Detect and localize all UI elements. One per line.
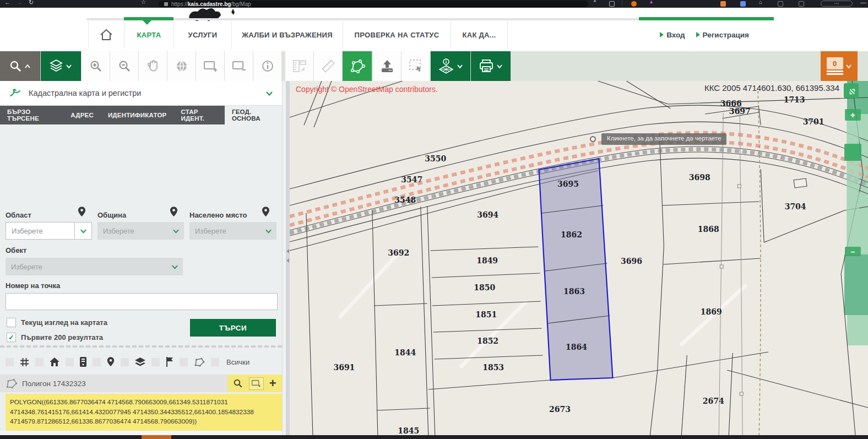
- layers-button[interactable]: [41, 51, 81, 81]
- save-page-icon[interactable]: [609, 1, 615, 7]
- tab-identifikator[interactable]: ИДЕНТИФИКАТОР: [101, 106, 174, 124]
- home-icon: [50, 357, 59, 366]
- map-canvas[interactable]: 3550354735483694369218491850185118521853…: [290, 81, 868, 435]
- expand-icon: [847, 86, 856, 95]
- zoom-to-result-icon[interactable]: [233, 378, 243, 388]
- result-row[interactable]: Полигон 17432323 +: [0, 375, 282, 392]
- globe-button[interactable]: [167, 51, 196, 81]
- layers-icon: [49, 59, 63, 73]
- dashed-separator: [0, 345, 282, 348]
- filter-checkbox-all[interactable]: [211, 358, 219, 366]
- layer-info-button[interactable]: [431, 51, 470, 81]
- register-link[interactable]: Регистрация: [696, 31, 749, 39]
- settlement-select[interactable]: Изберете: [189, 222, 276, 240]
- main-nav: КАРТА УСЛУГИ ЖАЛБИ И ВЪЗРАЖЕНИЯ ПРОВЕРКА…: [88, 21, 508, 48]
- zoom-rect-out-button[interactable]: [225, 51, 253, 81]
- filter-checkbox-grid[interactable]: [6, 358, 14, 366]
- cart-button[interactable]: 0: [821, 51, 858, 81]
- tab-geod-osnova[interactable]: ГЕОД. ОСНОВА: [225, 106, 282, 124]
- kais-cadastre-app: ← → ↻ ☆ https://kais.cadastre.bg/bg/Map …: [0, 0, 868, 439]
- browser-back-icon[interactable]: ←: [4, 0, 10, 6]
- filter-checkbox-flag[interactable]: [151, 358, 160, 366]
- filter-checkbox-pin[interactable]: [93, 358, 101, 366]
- parcel-label-1844: 1844: [394, 348, 416, 357]
- select-rect-icon: [408, 58, 424, 74]
- tab-barzo-tarsene[interactable]: БЪРЗО ТЪРСЕНЕ: [0, 106, 63, 124]
- parcel-label-1852: 1852: [477, 337, 498, 345]
- polygon-icon: [194, 357, 205, 367]
- object-select[interactable]: Изберете: [6, 258, 183, 275]
- coordinates-readout: ККС 2005 4714601.630, 661395.334: [704, 83, 839, 93]
- profile-pill[interactable]: ⋯: [821, 1, 853, 7]
- select-area-button[interactable]: [402, 51, 430, 81]
- point-number-input[interactable]: [6, 293, 278, 310]
- nav-home[interactable]: [88, 21, 124, 48]
- nav-tab-karta[interactable]: КАРТА: [124, 21, 173, 48]
- current-view-label: Текущ изглед на картата: [21, 318, 107, 327]
- nav-tab-proverka[interactable]: ПРОВЕРКА НА СТАТУС: [343, 21, 451, 48]
- fullscreen-button[interactable]: [844, 83, 859, 98]
- browser-forward-icon[interactable]: →: [17, 0, 23, 6]
- oblast-select[interactable]: Изберете: [6, 222, 92, 240]
- tab-adres[interactable]: АДРЕС: [63, 106, 101, 124]
- add-rect-button[interactable]: [249, 377, 264, 390]
- draw-polygon-button[interactable]: [343, 51, 372, 81]
- zoom-in-button[interactable]: [82, 51, 110, 81]
- extension-purple-icon[interactable]: ▲: [649, 0, 654, 4]
- sidebar-collapse-handle[interactable]: [286, 81, 290, 435]
- sidebar-scrollbar[interactable]: [282, 81, 286, 435]
- extensions-icon[interactable]: [799, 1, 804, 7]
- info-button[interactable]: [253, 51, 282, 81]
- parcel-label-3694: 3694: [477, 210, 498, 219]
- pin-icon: [170, 207, 178, 217]
- browser-chrome: ← → ↻ ☆ https://kais.cadastre.bg/bg/Map …: [0, 0, 868, 8]
- parcel-label-1851: 1851: [475, 310, 497, 319]
- home-button-icon[interactable]: ⌂: [759, 0, 762, 5]
- search-icon: [9, 59, 22, 73]
- map-zoom-out-button[interactable]: –: [845, 247, 861, 256]
- extension-orange-icon[interactable]: [720, 1, 726, 7]
- extension-blue-icon[interactable]: [740, 1, 746, 7]
- scale-measure-button[interactable]: [285, 51, 314, 81]
- pan-button[interactable]: [139, 51, 167, 81]
- minimize-icon[interactable]: —: [860, 0, 866, 6]
- chevron-down-icon: [265, 91, 273, 96]
- parcel-label-3695: 3695: [557, 180, 579, 188]
- browser-reload-icon[interactable]: ↻: [29, 0, 34, 6]
- cart-doc-icon: 0: [827, 57, 843, 75]
- search-button[interactable]: ТЪРСИ: [190, 319, 276, 337]
- filter-checkbox-home[interactable]: [35, 358, 44, 366]
- filter-checkbox-layers[interactable]: [121, 358, 129, 366]
- print-button[interactable]: [471, 51, 511, 81]
- tab-star-ident[interactable]: СТАР ИДЕНТ.: [173, 106, 224, 124]
- zoom-slider-track[interactable]: [847, 121, 859, 247]
- zoom-out-button[interactable]: [110, 51, 139, 81]
- polygon-wkt[interactable]: POLYGON((661336.8677036474 4714568.79066…: [6, 394, 282, 431]
- login-link[interactable]: Вход: [660, 31, 685, 39]
- filter-checkbox-polygon[interactable]: [180, 358, 188, 366]
- bookmark-star-icon[interactable]: ☆: [141, 0, 146, 5]
- ruler-button[interactable]: [314, 51, 343, 81]
- current-view-checkbox[interactable]: [7, 318, 16, 327]
- rect-plus-icon: [203, 59, 218, 73]
- filter-checkbox-building[interactable]: [66, 358, 74, 366]
- upload-button[interactable]: [373, 51, 402, 81]
- reader-mode-icon[interactable]: ᴬ: [594, 0, 596, 4]
- first200-checkbox[interactable]: ✓: [7, 333, 16, 342]
- nav-tab-zhalbi[interactable]: ЖАЛБИ И ВЪЗРАЖЕНИЯ: [231, 21, 343, 48]
- nav-tab-kakda[interactable]: КАК ДА...: [451, 21, 508, 48]
- map-zoom-in-button[interactable]: +: [845, 109, 861, 121]
- zoom-out-icon: [118, 59, 131, 73]
- zoom-rect-in-button[interactable]: [196, 51, 225, 81]
- extension-pin-icon[interactable]: [631, 1, 637, 7]
- address-bar[interactable]: https://kais.cadastre.bg/bg/Map: [159, 1, 588, 7]
- downloads-icon[interactable]: [778, 1, 783, 7]
- cadastral-map: 3550354735483694369218491850185118521853…: [290, 81, 868, 435]
- obshtina-select[interactable]: Изберете: [97, 222, 184, 240]
- service-selector[interactable]: Кадастрална карта и регистри: [0, 81, 282, 106]
- site-info-icon[interactable]: [164, 2, 168, 6]
- upload-icon: [379, 59, 395, 73]
- nav-tab-uslugi[interactable]: УСЛУГИ: [173, 21, 231, 48]
- search-tool-button[interactable]: [0, 51, 40, 81]
- zoom-slider-handle[interactable]: [844, 144, 861, 161]
